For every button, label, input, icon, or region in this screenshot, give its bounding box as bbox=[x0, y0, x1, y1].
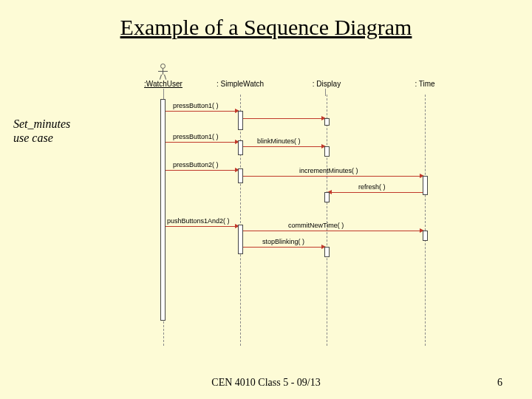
msg-pressbutton1-1: pressButton1( ) bbox=[173, 102, 219, 109]
caption-line-1: Set_minutes bbox=[13, 117, 70, 131]
msg-pressbutton1-2: pressButton1( ) bbox=[173, 133, 219, 140]
sequence-diagram: :WatchUser : SimpleWatch : Display : Tim… bbox=[126, 66, 517, 355]
actor-icon bbox=[158, 64, 168, 80]
activation-sw-1 bbox=[238, 111, 243, 130]
arrow-m8 bbox=[243, 231, 421, 231]
arrow-m3 bbox=[243, 146, 323, 147]
arrow-m2 bbox=[166, 142, 236, 143]
msg-commitnewtime: commitNewTime( ) bbox=[288, 222, 344, 229]
arrow-m4 bbox=[166, 170, 236, 171]
activation-sw-3 bbox=[238, 168, 243, 183]
activation-disp-1 bbox=[324, 146, 330, 157]
activation-disp-3 bbox=[324, 247, 330, 257]
participant-actor: :WatchUser bbox=[140, 80, 186, 88]
msg-incrementminutes: incrementMinutes( ) bbox=[299, 167, 358, 174]
msg-refresh: refresh( ) bbox=[358, 183, 386, 191]
activation-actor bbox=[160, 99, 166, 321]
arrow-m7 bbox=[166, 226, 236, 227]
activation-disp-0 bbox=[324, 118, 330, 126]
arrow-m6 bbox=[332, 192, 423, 193]
arrow-m9 bbox=[243, 247, 323, 248]
arrow-m1-ext bbox=[243, 118, 323, 119]
lifeline-simplewatch bbox=[240, 95, 241, 346]
display-top-bar bbox=[325, 89, 326, 96]
lifeline-time bbox=[425, 95, 426, 346]
activation-sw-2 bbox=[238, 140, 243, 155]
msg-pressbutton2: pressButton2( ) bbox=[173, 161, 219, 168]
caption-line-2: use case bbox=[13, 131, 70, 145]
activation-sw-4 bbox=[238, 225, 243, 254]
arrow-m5 bbox=[243, 176, 421, 177]
activation-time-2 bbox=[423, 231, 428, 241]
use-case-caption: Set_minutes use case bbox=[13, 117, 70, 145]
participant-time: : Time bbox=[406, 80, 443, 88]
activation-disp-2 bbox=[324, 192, 330, 202]
slide-title: Example of a Sequence Diagram bbox=[0, 15, 532, 40]
msg-blinkminutes: blinkMinutes( ) bbox=[257, 137, 301, 145]
participant-display: : Display bbox=[304, 80, 349, 88]
participant-actor-label: :WatchUser bbox=[144, 80, 183, 88]
msg-stopblinking: stopBlinking( ) bbox=[262, 238, 304, 245]
footer-center: CEN 4010 Class 5 - 09/13 bbox=[0, 377, 532, 389]
participant-simplewatch: : SimpleWatch bbox=[207, 80, 273, 88]
msg-pushbuttons12: pushButtons1And2( ) bbox=[167, 217, 230, 225]
arrow-m1 bbox=[166, 111, 236, 112]
lifeline-display bbox=[327, 95, 327, 346]
activation-time-1 bbox=[423, 176, 428, 195]
footer-page-number: 6 bbox=[497, 377, 502, 389]
